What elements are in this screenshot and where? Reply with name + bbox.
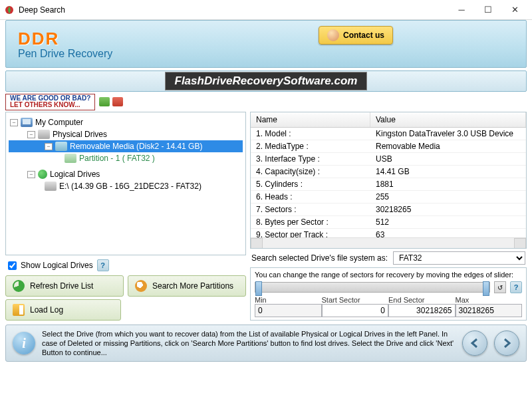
property-name: 2. MediaType : [251, 140, 370, 152]
load-log-button[interactable]: Load Log [5, 299, 121, 321]
show-logical-label: Show Logical Drives [21, 261, 93, 270]
property-name: 3. Interface Type : [251, 153, 370, 165]
footer-bar: i Select the Drive (from which you want … [5, 325, 527, 362]
table-row[interactable]: 1. Model :Kingston DataTraveler 3.0 USB … [251, 128, 526, 140]
log-icon [13, 304, 25, 316]
grid-header-name[interactable]: Name [251, 112, 370, 127]
tree-my-computer[interactable]: − My Computer [9, 116, 243, 128]
sector-slider[interactable] [255, 282, 490, 293]
table-row[interactable]: 4. Capacity(size) :14.41 GB [251, 166, 526, 178]
tree-e-drive[interactable]: E:\ (14.39 GB - 16G_21DEC23 - FAT32) [9, 180, 243, 192]
max-label: Max [456, 296, 523, 304]
min-label: Min [255, 296, 322, 304]
window-title: Deep Search [19, 5, 448, 15]
back-button[interactable] [462, 331, 487, 356]
contact-us-button[interactable]: Contact us [319, 26, 393, 45]
table-row[interactable]: 9. Sector per Track :63 [251, 229, 526, 237]
usb-drive-icon [55, 142, 67, 151]
property-name: 6. Heads : [251, 191, 370, 203]
property-value: 1881 [370, 178, 526, 190]
slider-hint: You can change the range of sectors for … [255, 271, 522, 279]
app-header: DDR Pen Drive Recovery Contact us [5, 20, 527, 68]
property-value: Removable Media [370, 140, 526, 152]
hdd-icon [38, 130, 50, 139]
app-icon [4, 5, 15, 15]
filesystem-label: Search selected Drive's file system as: [251, 253, 388, 263]
avatar-icon [327, 29, 339, 41]
main-area: − My Computer − Physical Drives − Remova… [5, 112, 527, 321]
brand-logo: DDR [18, 29, 112, 49]
sector-range-box: You can change the range of sectors for … [250, 267, 527, 321]
rating-box[interactable]: WE ARE GOOD OR BAD? LET OTHERS KNOW... [5, 94, 95, 110]
slider-help-icon[interactable]: ? [510, 281, 522, 293]
table-row[interactable]: 3. Interface Type :USB [251, 153, 526, 166]
end-label: End Sector [388, 296, 456, 304]
refresh-drive-list-button[interactable]: Refresh Drive List [5, 275, 124, 297]
thumbs-up-icon[interactable] [99, 97, 110, 106]
tree-logical-drives[interactable]: − Logical Drives [9, 168, 243, 180]
max-sector-input [456, 304, 523, 317]
logical-drives-icon [38, 170, 47, 179]
thumbs-down-icon[interactable] [112, 97, 123, 106]
property-name: 8. Bytes per Sector : [251, 216, 370, 228]
table-row[interactable]: 5. Cylinders :1881 [251, 178, 526, 191]
rating-line2: LET OTHERS KNOW... [10, 102, 90, 109]
end-sector-input[interactable] [388, 304, 456, 317]
property-name: 4. Capacity(size) : [251, 166, 370, 178]
grid-header: Name Value [251, 112, 526, 128]
computer-icon [21, 118, 33, 127]
slider-reset-button[interactable]: ↺ [494, 281, 506, 293]
table-row[interactable]: 8. Bytes per Sector :512 [251, 216, 526, 229]
maximize-button[interactable]: ☐ [475, 1, 501, 19]
help-icon[interactable]: ? [97, 259, 109, 271]
refresh-icon [13, 280, 25, 292]
footer-text: Select the Drive (from which you want to… [42, 329, 456, 358]
minimize-button[interactable]: ─ [448, 1, 475, 19]
drive-tree[interactable]: − My Computer − Physical Drives − Remova… [5, 112, 246, 255]
search-more-partitions-button[interactable]: Search More Partitions [128, 275, 246, 297]
search-icon [135, 280, 147, 292]
filesystem-select[interactable]: FAT32 [393, 251, 525, 265]
property-value: 255 [370, 191, 526, 203]
start-sector-input[interactable] [322, 304, 389, 317]
info-icon: i [13, 332, 35, 354]
next-button[interactable] [494, 331, 519, 356]
titlebar: Deep Search ─ ☐ ✕ [0, 0, 532, 20]
tree-physical-drives[interactable]: − Physical Drives [9, 128, 243, 140]
property-value: 30218265 [370, 203, 526, 215]
table-row[interactable]: 6. Heads :255 [251, 191, 526, 203]
start-label: Start Sector [322, 296, 389, 304]
property-value: 14.41 GB [370, 166, 526, 178]
property-name: 9. Sector per Track : [251, 229, 370, 237]
grid-body[interactable]: 1. Model :Kingston DataTraveler 3.0 USB … [251, 128, 526, 237]
rating-bar: WE ARE GOOD OR BAD? LET OTHERS KNOW... [5, 94, 527, 109]
table-row[interactable]: 7. Sectors :30218265 [251, 203, 526, 216]
horizontal-scrollbar[interactable] [251, 237, 526, 248]
close-button[interactable]: ✕ [501, 1, 528, 19]
table-row[interactable]: 2. MediaType :Removable Media [251, 140, 526, 153]
tree-removable-media[interactable]: − Removable Media (Disk2 - 14.41 GB) [9, 140, 243, 152]
filesystem-row: Search selected Drive's file system as: … [250, 251, 527, 265]
property-value: 63 [370, 229, 526, 237]
partition-icon [65, 154, 76, 163]
property-value: 512 [370, 216, 526, 228]
contact-label: Contact us [343, 31, 384, 40]
drive-properties-grid: Name Value 1. Model :Kingston DataTravel… [250, 112, 527, 249]
property-value: Kingston DataTraveler 3.0 USB Device [370, 128, 526, 140]
min-sector-input [255, 304, 322, 317]
drive-icon [45, 182, 57, 191]
tree-partition[interactable]: Partition - 1 ( FAT32 ) [9, 152, 243, 164]
show-logical-row: Show Logical Drives ? [5, 258, 246, 273]
banner-url-text: FlashDriveRecoverySoftware.com [165, 72, 368, 90]
show-logical-checkbox[interactable] [8, 261, 17, 270]
brand-subtitle: Pen Drive Recovery [18, 48, 112, 60]
grid-header-value[interactable]: Value [370, 112, 526, 127]
property-value: USB [370, 153, 526, 165]
property-name: 5. Cylinders : [251, 178, 370, 190]
property-name: 1. Model : [251, 128, 370, 140]
url-banner: FlashDriveRecoverySoftware.com [5, 70, 527, 92]
property-name: 7. Sectors : [251, 203, 370, 215]
